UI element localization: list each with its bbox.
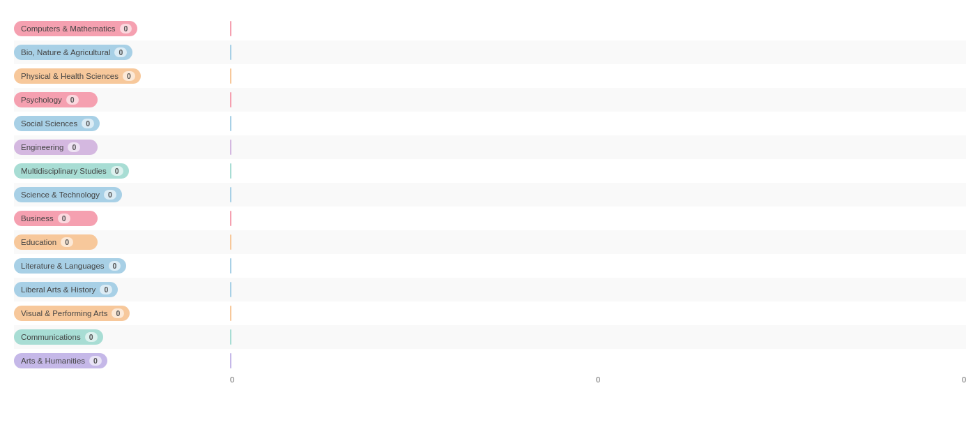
bar-label-text: Psychology — [21, 96, 62, 104]
bar-fill — [230, 21, 231, 36]
x-axis-tick: 0 — [962, 375, 966, 389]
bar-fill — [230, 353, 231, 368]
bar-label-pill: Psychology0 — [14, 92, 98, 107]
table-row: Visual & Performing Arts0 — [14, 301, 966, 325]
table-row: Literature & Languages0 — [14, 254, 966, 278]
bar-label-text: Multidisciplinary Studies — [21, 167, 107, 175]
table-row: Physical & Health Sciences0 — [14, 64, 966, 88]
bar-track — [230, 258, 966, 274]
bar-label-area: Communications0 — [14, 329, 230, 345]
bar-label-pill: Science & Technology0 — [14, 187, 122, 202]
bar-label-area: Literature & Languages0 — [14, 258, 230, 274]
bar-track — [230, 329, 966, 345]
bar-value-badge: 0 — [120, 24, 132, 33]
bar-label-area: Education0 — [14, 234, 230, 250]
bar-label-text: Education — [21, 238, 56, 246]
bar-fill — [230, 163, 231, 179]
bar-label-area: Visual & Performing Arts0 — [14, 306, 230, 321]
table-row: Arts & Humanities0 — [14, 349, 966, 373]
x-axis: 000 — [14, 375, 966, 389]
bar-label-pill: Literature & Languages0 — [14, 258, 126, 274]
x-axis-tick: 0 — [230, 375, 234, 389]
table-row: Social Sciences0 — [14, 112, 966, 135]
bar-value-badge: 0 — [68, 142, 80, 152]
bar-label-pill: Visual & Performing Arts0 — [14, 306, 130, 321]
bar-label-text: Visual & Performing Arts — [21, 309, 107, 317]
bar-track — [230, 187, 966, 202]
table-row: Science & Technology0 — [14, 183, 966, 207]
bar-label-area: Business0 — [14, 211, 230, 226]
bar-value-badge: 0 — [61, 237, 73, 247]
bar-label-pill: Physical & Health Sciences0 — [14, 68, 141, 84]
table-row: Business0 — [14, 207, 966, 230]
bar-track — [230, 353, 966, 368]
bar-label-text: Computers & Mathematics — [21, 24, 116, 33]
table-row: Engineering0 — [14, 135, 966, 159]
bar-value-badge: 0 — [109, 261, 121, 271]
bar-label-area: Bio, Nature & Agricultural0 — [14, 45, 230, 60]
bar-label-text: Business — [21, 214, 54, 223]
bar-value-badge: 0 — [112, 308, 124, 318]
bar-label-pill: Multidisciplinary Studies0 — [14, 163, 129, 179]
bar-label-area: Engineering0 — [14, 140, 230, 155]
bar-value-badge: 0 — [111, 166, 123, 176]
bar-track — [230, 306, 966, 321]
bar-fill — [230, 140, 231, 155]
bar-label-text: Engineering — [21, 143, 63, 151]
bar-label-pill: Computers & Mathematics0 — [14, 21, 137, 36]
bar-value-badge: 0 — [89, 356, 102, 366]
bar-label-area: Computers & Mathematics0 — [14, 21, 230, 36]
bar-fill — [230, 211, 231, 226]
table-row: Education0 — [14, 230, 966, 254]
bar-label-text: Physical & Health Sciences — [21, 72, 118, 80]
bar-fill — [230, 187, 231, 202]
bar-label-area: Physical & Health Sciences0 — [14, 68, 230, 84]
bar-label-pill: Bio, Nature & Agricultural0 — [14, 45, 132, 60]
bar-value-badge: 0 — [58, 214, 70, 223]
bar-label-pill: Arts & Humanities0 — [14, 353, 107, 368]
bar-label-text: Literature & Languages — [21, 262, 105, 270]
bar-label-pill: Engineering0 — [14, 140, 98, 155]
bar-fill — [230, 306, 231, 321]
bar-label-pill: Liberal Arts & History0 — [14, 282, 118, 297]
bar-track — [230, 211, 966, 226]
bar-label-pill: Education0 — [14, 234, 98, 250]
bar-fill — [230, 329, 231, 345]
bar-value-badge: 0 — [100, 285, 112, 294]
table-row: Psychology0 — [14, 88, 966, 112]
bar-fill — [230, 45, 231, 60]
bar-label-text: Social Sciences — [21, 119, 77, 128]
bar-value-badge: 0 — [114, 47, 127, 57]
bar-track — [230, 92, 966, 107]
x-axis-tick: 0 — [596, 375, 600, 389]
bar-fill — [230, 282, 231, 297]
bar-fill — [230, 116, 231, 131]
bar-label-area: Social Sciences0 — [14, 116, 230, 131]
bar-track — [230, 140, 966, 155]
bar-label-pill: Social Sciences0 — [14, 116, 100, 131]
bar-label-area: Arts & Humanities0 — [14, 353, 230, 368]
bar-value-badge: 0 — [104, 190, 116, 200]
bar-label-area: Multidisciplinary Studies0 — [14, 163, 230, 179]
table-row: Bio, Nature & Agricultural0 — [14, 40, 966, 64]
bar-value-badge: 0 — [66, 95, 79, 105]
bar-value-badge: 0 — [123, 71, 135, 81]
chart-container: Computers & Mathematics0Bio, Nature & Ag… — [0, 0, 980, 441]
bar-track — [230, 68, 966, 84]
bar-value-badge: 0 — [85, 332, 98, 342]
bar-track — [230, 163, 966, 179]
bar-track — [230, 21, 966, 36]
bar-fill — [230, 258, 231, 274]
bar-label-pill: Business0 — [14, 211, 98, 226]
bar-track — [230, 45, 966, 60]
bar-fill — [230, 92, 231, 107]
rows-area: Computers & Mathematics0Bio, Nature & Ag… — [14, 17, 966, 373]
bar-label-pill: Communications0 — [14, 329, 103, 345]
bar-label-text: Liberal Arts & History — [21, 285, 95, 294]
bar-value-badge: 0 — [82, 119, 94, 128]
bar-label-text: Bio, Nature & Agricultural — [21, 48, 110, 57]
bar-track — [230, 234, 966, 250]
bar-track — [230, 282, 966, 297]
bar-label-area: Liberal Arts & History0 — [14, 282, 230, 297]
bar-fill — [230, 68, 231, 84]
